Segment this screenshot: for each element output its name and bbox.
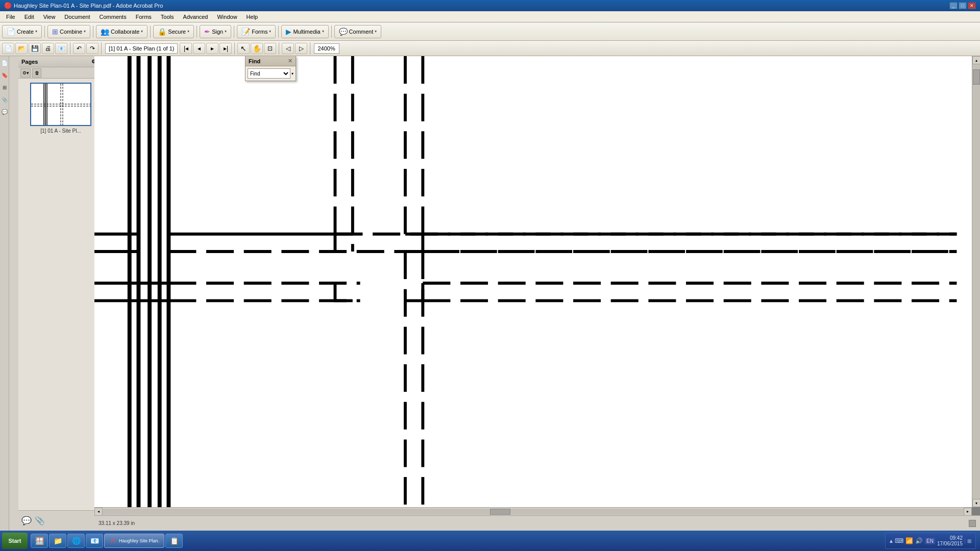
layers-panel-icon[interactable]: ⊞ bbox=[1, 84, 8, 91]
multimedia-button[interactable]: ▶ Multimedia ▾ bbox=[281, 25, 328, 38]
first-page-button[interactable]: |◂ bbox=[180, 43, 192, 54]
page-thumbnail-container[interactable]: [1] 01 A - Site Pl... bbox=[22, 83, 99, 134]
hand-tool-button[interactable]: ✋ bbox=[251, 43, 263, 54]
combine-button[interactable]: ⊞ Combine ▾ bbox=[47, 25, 90, 38]
separator-3 bbox=[150, 26, 151, 38]
bookmarks-panel-icon[interactable]: 🔖 bbox=[1, 71, 8, 79]
menu-edit[interactable]: Edit bbox=[20, 13, 38, 21]
close-button[interactable]: ✕ bbox=[968, 2, 976, 9]
taskbar-chrome-button[interactable]: 🌐 bbox=[67, 534, 85, 548]
multimedia-dropdown-arrow: ▾ bbox=[322, 29, 324, 34]
scroll-left-button[interactable]: ◂ bbox=[94, 508, 103, 516]
taskbar-outlook-button[interactable]: 📧 bbox=[86, 534, 103, 548]
pages-settings-button[interactable]: ⚙▾ bbox=[20, 68, 31, 78]
menu-help[interactable]: Help bbox=[242, 13, 262, 21]
minimize-button[interactable]: _ bbox=[949, 2, 958, 9]
secure-label: Secure bbox=[168, 29, 186, 35]
main-area: 📄 🔖 ⊞ 📎 💬 Pages ⚙ ◂ ⚙▾ 🗑 bbox=[0, 56, 980, 531]
start-label: Start bbox=[8, 538, 21, 544]
comment-icon: 💬 bbox=[339, 28, 348, 36]
acrobat-icon: 🔴 bbox=[4, 2, 12, 9]
undo-button[interactable]: ↶ bbox=[73, 43, 85, 54]
show-desktop-icon[interactable]: ⊞ bbox=[965, 538, 971, 544]
select-tool-button[interactable]: ↖ bbox=[237, 43, 250, 54]
menu-comments[interactable]: Comments bbox=[95, 13, 131, 21]
acrobat-taskbar-label: Haughley Site Plan... bbox=[119, 538, 160, 543]
horizontal-scrollbar[interactable]: ◂ ▸ bbox=[94, 507, 972, 515]
next-page-button[interactable]: ▸ bbox=[206, 43, 218, 54]
menu-forms[interactable]: Forms bbox=[132, 13, 156, 21]
pages-panel-toolbar: ⚙▾ 🗑 bbox=[18, 67, 103, 79]
acrobat-taskbar-icon: A bbox=[109, 537, 117, 545]
comment-button[interactable]: 💬 Comment ▾ bbox=[334, 25, 382, 38]
page-1-thumbnail[interactable] bbox=[30, 83, 91, 126]
taskbar-pdf-button[interactable]: 📋 bbox=[165, 534, 183, 548]
collaborate-button[interactable]: 👥 Collaborate ▾ bbox=[96, 25, 148, 38]
lang-indicator[interactable]: EN bbox=[925, 538, 935, 544]
redo-button[interactable]: ↷ bbox=[86, 43, 99, 54]
separator-2 bbox=[93, 26, 93, 38]
last-page-button[interactable]: ▸| bbox=[219, 43, 232, 54]
collaborate-icon: 👥 bbox=[101, 28, 109, 36]
menu-tools[interactable]: Tools bbox=[157, 13, 178, 21]
find-close-button[interactable]: ✕ bbox=[288, 58, 292, 64]
comment-dropdown-arrow: ▾ bbox=[375, 29, 377, 34]
create-button[interactable]: 📄 Create ▾ bbox=[2, 25, 42, 38]
prev-page-button[interactable]: ◂ bbox=[193, 43, 205, 54]
annotation-tool-icon[interactable]: 💬 bbox=[21, 516, 32, 525]
save-button[interactable]: 💾 bbox=[29, 43, 41, 54]
sound-icon: 🔊 bbox=[915, 537, 923, 544]
email-button[interactable]: 📧 bbox=[55, 43, 67, 54]
start-button[interactable]: Start bbox=[2, 533, 28, 549]
menu-file[interactable]: File bbox=[2, 13, 19, 21]
sign-label: Sign bbox=[212, 29, 223, 35]
scroll-up-button[interactable]: ▴ bbox=[972, 56, 980, 64]
menu-document[interactable]: Document bbox=[60, 13, 94, 21]
pages-delete-button[interactable]: 🗑 bbox=[32, 68, 41, 78]
create-dropdown-arrow: ▾ bbox=[35, 29, 37, 34]
horizontal-scroll-thumb[interactable] bbox=[490, 509, 510, 515]
create-icon: 📄 bbox=[7, 28, 15, 36]
vertical-scroll-thumb[interactable] bbox=[973, 69, 980, 85]
scroll-down-button[interactable]: ▾ bbox=[972, 499, 980, 507]
secure-button[interactable]: 🔒 Secure ▾ bbox=[153, 25, 194, 38]
menu-window[interactable]: Window bbox=[213, 13, 241, 21]
explorer-icon: 📁 bbox=[54, 537, 62, 545]
attachments-panel-icon[interactable]: 📎 bbox=[1, 96, 8, 103]
taskbar-explorer-button[interactable]: 📁 bbox=[49, 534, 66, 548]
nav-next-button[interactable]: ▷ bbox=[295, 43, 307, 54]
comments-panel-icon[interactable]: 💬 bbox=[1, 108, 8, 115]
maximize-button[interactable]: □ bbox=[959, 2, 967, 9]
chrome-icon: 🌐 bbox=[72, 537, 80, 545]
dimensions-display: 33.11 x 23.39 in bbox=[99, 520, 135, 526]
nav-prev-button[interactable]: ◁ bbox=[282, 43, 294, 54]
separator-4 bbox=[197, 26, 197, 38]
find-dropdown[interactable]: Find bbox=[248, 68, 290, 79]
menu-advanced[interactable]: Advanced bbox=[179, 13, 212, 21]
sign-button[interactable]: ✒ Sign ▾ bbox=[200, 25, 231, 38]
print-button[interactable]: 🖨 bbox=[42, 43, 54, 54]
pages-panel-icon[interactable]: 📄 bbox=[1, 59, 8, 66]
vertical-scrollbar[interactable]: ▴ ▾ bbox=[972, 56, 980, 507]
collaborate-dropdown-arrow: ▾ bbox=[141, 29, 143, 34]
status-bar: 33.11 x 23.39 in bbox=[94, 515, 980, 531]
forms-button[interactable]: 📝 Forms ▾ bbox=[237, 25, 276, 38]
find-dropdown-arrow: ▾ bbox=[291, 71, 293, 76]
menu-view[interactable]: View bbox=[39, 13, 60, 21]
marquee-tool-button[interactable]: ⊡ bbox=[264, 43, 276, 54]
network-icon: 📶 bbox=[905, 537, 913, 544]
taskbar-windows-button[interactable]: 🪟 bbox=[31, 534, 48, 548]
new-button[interactable]: 📄 bbox=[2, 43, 14, 54]
bottom-tools-area: 💬 📎 bbox=[18, 510, 103, 531]
zoom-display[interactable]: 2400% bbox=[314, 43, 339, 54]
attach-tool-icon[interactable]: 📎 bbox=[35, 516, 45, 525]
menu-bar: File Edit View Document Comments Forms T… bbox=[0, 11, 980, 22]
taskbar-acrobat-button[interactable]: A Haughley Site Plan... bbox=[104, 534, 164, 548]
lang-text: EN bbox=[926, 538, 934, 544]
page-name: [1] 01 A - Site Plan bbox=[109, 45, 155, 52]
open-button[interactable]: 📂 bbox=[15, 43, 28, 54]
sign-dropdown-arrow: ▾ bbox=[225, 29, 227, 34]
tray-expand-icon[interactable]: ▴ bbox=[890, 537, 893, 544]
scroll-right-button[interactable]: ▸ bbox=[964, 508, 972, 516]
taskbar: Start 🪟 📁 🌐 📧 A Haughley Site Plan... 📋 … bbox=[0, 531, 980, 551]
